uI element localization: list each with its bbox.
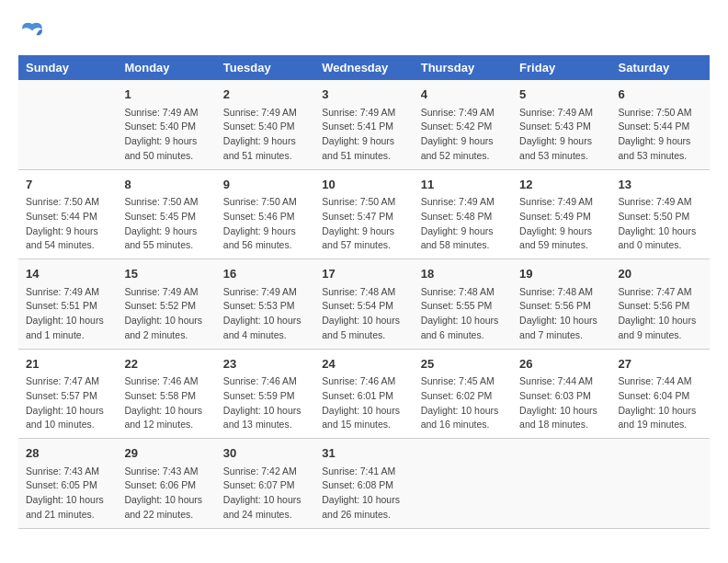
cell-content: Sunrise: 7:50 AM Sunset: 5:44 PM Dayligh… (26, 195, 109, 253)
cell-content: Sunrise: 7:48 AM Sunset: 5:54 PM Dayligh… (322, 285, 405, 343)
cell-content: Sunrise: 7:44 AM Sunset: 6:03 PM Dayligh… (519, 374, 603, 432)
cell-content: Sunrise: 7:42 AM Sunset: 6:07 PM Dayligh… (223, 465, 307, 523)
day-number: 18 (421, 265, 505, 283)
week-row-3: 14Sunrise: 7:49 AM Sunset: 5:51 PM Dayli… (18, 259, 710, 350)
logo-bird-icon (18, 18, 46, 46)
day-header-tuesday: Tuesday (216, 55, 314, 80)
calendar-cell: 13Sunrise: 7:49 AM Sunset: 5:50 PM Dayli… (611, 169, 710, 259)
calendar-cell: 24Sunrise: 7:46 AM Sunset: 6:01 PM Dayli… (314, 349, 413, 439)
calendar-cell: 21Sunrise: 7:47 AM Sunset: 5:57 PM Dayli… (18, 349, 117, 439)
calendar-cell: 12Sunrise: 7:49 AM Sunset: 5:49 PM Dayli… (512, 169, 610, 259)
calendar-cell: 2Sunrise: 7:49 AM Sunset: 5:40 PM Daylig… (216, 80, 314, 169)
calendar-table: SundayMondayTuesdayWednesdayThursdayFrid… (18, 55, 710, 529)
day-header-wednesday: Wednesday (314, 55, 413, 80)
calendar-cell: 10Sunrise: 7:50 AM Sunset: 5:47 PM Dayli… (314, 169, 413, 259)
calendar-cell: 3Sunrise: 7:49 AM Sunset: 5:41 PM Daylig… (314, 80, 413, 169)
cell-content: Sunrise: 7:46 AM Sunset: 5:58 PM Dayligh… (124, 374, 208, 432)
calendar-cell: 22Sunrise: 7:46 AM Sunset: 5:58 PM Dayli… (117, 349, 215, 439)
day-number: 6 (619, 86, 702, 104)
day-header-saturday: Saturday (611, 55, 710, 80)
cell-content: Sunrise: 7:49 AM Sunset: 5:50 PM Dayligh… (619, 195, 702, 253)
week-row-4: 21Sunrise: 7:47 AM Sunset: 5:57 PM Dayli… (18, 349, 710, 439)
cell-content: Sunrise: 7:48 AM Sunset: 5:56 PM Dayligh… (519, 285, 603, 343)
calendar-cell: 11Sunrise: 7:49 AM Sunset: 5:48 PM Dayli… (414, 169, 512, 259)
calendar-cell: 8Sunrise: 7:50 AM Sunset: 5:45 PM Daylig… (117, 169, 215, 259)
page-header (18, 18, 710, 46)
calendar-cell: 30Sunrise: 7:42 AM Sunset: 6:07 PM Dayli… (216, 439, 314, 529)
cell-content: Sunrise: 7:49 AM Sunset: 5:49 PM Dayligh… (519, 195, 603, 253)
day-header-thursday: Thursday (414, 55, 512, 80)
cell-content: Sunrise: 7:48 AM Sunset: 5:55 PM Dayligh… (421, 285, 505, 343)
calendar-cell (414, 439, 512, 529)
calendar-cell: 25Sunrise: 7:45 AM Sunset: 6:02 PM Dayli… (414, 349, 512, 439)
day-number: 12 (519, 176, 603, 194)
cell-content: Sunrise: 7:49 AM Sunset: 5:43 PM Dayligh… (519, 106, 603, 164)
day-header-monday: Monday (117, 55, 215, 80)
day-number: 2 (223, 86, 307, 104)
day-number: 23 (223, 355, 307, 373)
day-number: 3 (322, 86, 405, 104)
calendar-cell: 1Sunrise: 7:49 AM Sunset: 5:40 PM Daylig… (117, 80, 215, 169)
calendar-cell: 23Sunrise: 7:46 AM Sunset: 5:59 PM Dayli… (216, 349, 314, 439)
cell-content: Sunrise: 7:50 AM Sunset: 5:45 PM Dayligh… (124, 195, 208, 253)
cell-content: Sunrise: 7:49 AM Sunset: 5:48 PM Dayligh… (421, 195, 505, 253)
day-number: 30 (223, 444, 307, 463)
cell-content: Sunrise: 7:49 AM Sunset: 5:41 PM Dayligh… (322, 106, 405, 164)
calendar-cell: 29Sunrise: 7:43 AM Sunset: 6:06 PM Dayli… (117, 439, 215, 529)
calendar-cell: 19Sunrise: 7:48 AM Sunset: 5:56 PM Dayli… (512, 259, 610, 350)
cell-content: Sunrise: 7:50 AM Sunset: 5:47 PM Dayligh… (322, 195, 405, 253)
calendar-cell: 4Sunrise: 7:49 AM Sunset: 5:42 PM Daylig… (414, 80, 512, 169)
calendar-cell: 18Sunrise: 7:48 AM Sunset: 5:55 PM Dayli… (414, 259, 512, 350)
cell-content: Sunrise: 7:49 AM Sunset: 5:51 PM Dayligh… (26, 285, 109, 343)
day-number: 14 (26, 265, 109, 283)
cell-content: Sunrise: 7:46 AM Sunset: 6:01 PM Dayligh… (322, 374, 405, 432)
calendar-cell: 17Sunrise: 7:48 AM Sunset: 5:54 PM Dayli… (314, 259, 413, 350)
cell-content: Sunrise: 7:49 AM Sunset: 5:40 PM Dayligh… (124, 106, 208, 164)
day-number: 7 (26, 176, 109, 194)
calendar-cell: 6Sunrise: 7:50 AM Sunset: 5:44 PM Daylig… (611, 80, 710, 169)
day-number: 25 (421, 355, 505, 373)
days-header-row: SundayMondayTuesdayWednesdayThursdayFrid… (18, 55, 710, 80)
cell-content: Sunrise: 7:49 AM Sunset: 5:42 PM Dayligh… (421, 106, 505, 164)
cell-content: Sunrise: 7:49 AM Sunset: 5:40 PM Dayligh… (223, 106, 307, 164)
day-number: 16 (223, 265, 307, 283)
calendar-cell: 14Sunrise: 7:49 AM Sunset: 5:51 PM Dayli… (18, 259, 117, 350)
day-number: 24 (322, 355, 405, 373)
calendar-cell: 15Sunrise: 7:49 AM Sunset: 5:52 PM Dayli… (117, 259, 215, 350)
day-number: 21 (26, 355, 109, 373)
day-number: 5 (519, 86, 603, 104)
cell-content: Sunrise: 7:45 AM Sunset: 6:02 PM Dayligh… (421, 374, 505, 432)
week-row-5: 28Sunrise: 7:43 AM Sunset: 6:05 PM Dayli… (18, 439, 710, 529)
day-number: 1 (124, 86, 208, 104)
day-number: 10 (322, 176, 405, 194)
cell-content: Sunrise: 7:47 AM Sunset: 5:57 PM Dayligh… (26, 374, 109, 432)
cell-content: Sunrise: 7:50 AM Sunset: 5:46 PM Dayligh… (223, 195, 307, 253)
calendar-cell: 20Sunrise: 7:47 AM Sunset: 5:56 PM Dayli… (611, 259, 710, 350)
week-row-2: 7Sunrise: 7:50 AM Sunset: 5:44 PM Daylig… (18, 169, 710, 259)
day-number: 31 (322, 444, 405, 463)
day-number: 13 (619, 176, 702, 194)
calendar-cell: 31Sunrise: 7:41 AM Sunset: 6:08 PM Dayli… (314, 439, 413, 529)
cell-content: Sunrise: 7:46 AM Sunset: 5:59 PM Dayligh… (223, 374, 307, 432)
day-number: 27 (619, 355, 702, 373)
cell-content: Sunrise: 7:47 AM Sunset: 5:56 PM Dayligh… (619, 285, 702, 343)
day-number: 17 (322, 265, 405, 283)
calendar-cell: 27Sunrise: 7:44 AM Sunset: 6:04 PM Dayli… (611, 349, 710, 439)
calendar-cell: 5Sunrise: 7:49 AM Sunset: 5:43 PM Daylig… (512, 80, 610, 169)
day-number: 29 (124, 444, 208, 463)
cell-content: Sunrise: 7:49 AM Sunset: 5:53 PM Dayligh… (223, 285, 307, 343)
day-number: 15 (124, 265, 208, 283)
day-number: 19 (519, 265, 603, 283)
day-number: 4 (421, 86, 505, 104)
week-row-1: 1Sunrise: 7:49 AM Sunset: 5:40 PM Daylig… (18, 80, 710, 169)
day-header-sunday: Sunday (18, 55, 117, 80)
calendar-cell (512, 439, 610, 529)
day-number: 28 (26, 444, 109, 463)
calendar-cell (611, 439, 710, 529)
cell-content: Sunrise: 7:43 AM Sunset: 6:06 PM Dayligh… (124, 465, 208, 523)
calendar-cell: 9Sunrise: 7:50 AM Sunset: 5:46 PM Daylig… (216, 169, 314, 259)
day-number: 11 (421, 176, 505, 194)
logo (18, 18, 50, 46)
day-number: 8 (124, 176, 208, 194)
day-number: 9 (223, 176, 307, 194)
